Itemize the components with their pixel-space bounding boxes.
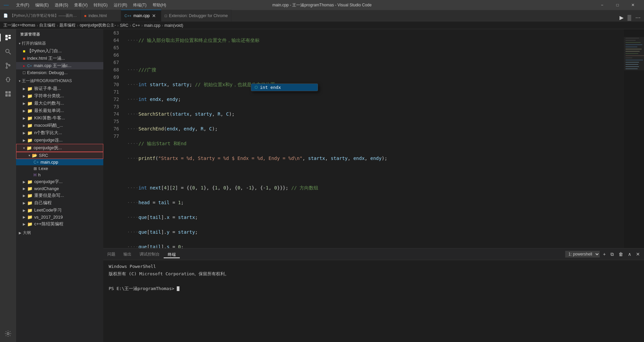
sidebar-open-editors-header[interactable]: ▾ 打开的编辑器 <box>16 40 103 47</box>
tree-folder-vs2019[interactable]: ▶ 📁 vs_2017_2019 <box>16 214 103 220</box>
sidebar-project: ▾ 王一涵PROGRAMTHOMAS ▶ 📁 验证子串-题... ▶ 📁 字符串… <box>16 77 103 228</box>
terminal-line-2: 版权所有 (C) Microsoft Corporation。保留所有权利。 <box>109 270 639 278</box>
tree-folder-verify[interactable]: ▶ 📁 验证子串-题... <box>16 85 103 92</box>
open-editors-label: 打开的编辑器 <box>22 41 46 46</box>
close-button[interactable]: ✕ <box>625 0 641 10</box>
menu-terminal[interactable]: 终端(T) <box>130 2 149 9</box>
autocomplete-popup[interactable]: ⬡ int endx <box>251 83 318 91</box>
terminal-select[interactable]: 1: powershell <box>565 251 600 258</box>
code-content[interactable]: ····// 输入部分取出开始位置和终止位置文件，输出还有坐标 ····///广… <box>122 29 624 248</box>
activity-git[interactable] <box>2 60 14 71</box>
outline-label: 大纲 <box>23 230 31 236</box>
terminal-tab-output[interactable]: 输出 <box>119 250 136 259</box>
tree-folder-word-change[interactable]: ▶ 📁 wordChange <box>16 185 103 192</box>
breadcrumb-part-8[interactable]: main(void) <box>164 23 183 28</box>
folder-str-label: 字符串分类统... <box>34 93 64 99</box>
cpp-icon: C++ <box>124 14 131 18</box>
terminal-add[interactable]: + <box>602 251 607 258</box>
tab-py[interactable]: 📄 【Python入门自学笔记专辑】——面向对象编程.md <box>0 10 81 21</box>
open-editor-py[interactable]: ■ 【Python入门自... <box>16 47 103 55</box>
activity-extensions[interactable] <box>2 88 14 100</box>
tab-cpp[interactable]: C++ main.cpp ✕ <box>121 10 161 21</box>
sidebar-content[interactable]: ▾ 打开的编辑器 ■ 【Python入门自... ■ index.html 王一… <box>16 40 103 342</box>
terminal-cursor <box>177 286 179 291</box>
terminal-tab-terminal[interactable]: 终端 <box>164 250 180 258</box>
activity-settings[interactable] <box>2 328 14 339</box>
open-editor-cpp[interactable]: ● C+ main.cpp 王一涵c... <box>16 62 103 69</box>
tree-file-t-exe[interactable]: ⊞ t.exe <box>16 165 103 172</box>
tab-html[interactable]: ■ index.html <box>81 10 121 21</box>
more-button[interactable]: ⋯ <box>635 14 641 21</box>
tab-cpp-close[interactable]: ✕ <box>152 13 156 18</box>
terminal-tab-problems[interactable]: 问题 <box>103 250 119 259</box>
tabbar: 📄 【Python入门自学笔记专辑】——面向对象编程.md ■ index.ht… <box>0 10 644 22</box>
tree-folder-oj-rescue[interactable]: ▾ 📁 openjudge抚... <box>16 144 103 152</box>
menu-run[interactable]: 运行(R) <box>111 2 130 9</box>
terminal-collapse[interactable]: ∧ <box>627 251 633 258</box>
vscode-icon: ⸻ <box>3 2 9 8</box>
folder-imp-icon: 📁 <box>27 193 33 198</box>
tree-folder-macool[interactable]: ▶ 📁 macool码酷_... <box>16 122 103 129</box>
titlebar-controls: − □ ✕ <box>594 0 641 10</box>
code-line-66: ····int startx, starty; // 初始位置x和y，也就是公主… <box>127 81 624 88</box>
terminal-content[interactable]: Windows PowerShell 版权所有 (C) Microsoft Co… <box>103 260 644 342</box>
open-editor-ext[interactable]: □ Extension: Debugg... <box>16 69 103 76</box>
code-editor[interactable]: 63 64 65 66 67 68 69 70 71 72 73 74 75 7… <box>103 29 644 248</box>
menu-view[interactable]: 查看(V) <box>71 2 90 9</box>
code-line-71: ····printf("Startx = %d, Starty = %d $ E… <box>127 155 624 162</box>
tree-folder-gcd[interactable]: ▶ 📁 最大公约数与... <box>16 100 103 107</box>
breadcrumb-part-2[interactable]: 自主编程 <box>39 22 55 28</box>
tree-folder-oj-str[interactable]: ▶ 📁 openjudge字... <box>16 178 103 185</box>
terminal-trash[interactable]: 🗑 <box>617 251 625 258</box>
py-icon: 📄 <box>3 13 8 18</box>
menu-select[interactable]: 选择(S) <box>52 2 71 9</box>
terminal-close[interactable]: ✕ <box>635 251 641 258</box>
tree-file-h[interactable]: H h <box>16 172 103 178</box>
breadcrumb-part-6[interactable]: C++ <box>132 23 140 28</box>
folder-word-icon: 📁 <box>27 108 33 113</box>
breadcrumb-part-5[interactable]: SRC <box>120 23 128 28</box>
split-button[interactable]: ▒ <box>627 14 632 21</box>
tree-folder-n[interactable]: ▶ 📁 n个数字比大... <box>16 129 103 136</box>
tree-folder-leet[interactable]: ▶ 📁 LeetCode学习 <box>16 207 103 214</box>
tree-folder-important[interactable]: ▶ 📁 重要但是杂写... <box>16 192 103 199</box>
tab-ext-label: Extension: Debugger for Chrome <box>169 13 228 18</box>
open-editor-html[interactable]: ■ index.html 王一涵... <box>16 55 103 62</box>
tree-folder-kiki[interactable]: ▶ 📁 KIKI算数-牛客... <box>16 114 103 122</box>
activity-search[interactable] <box>2 46 14 57</box>
maximize-button[interactable]: □ <box>610 0 625 10</box>
activity-debug[interactable] <box>2 74 14 86</box>
breadcrumb-part-4[interactable]: openjudge抚救公主- <box>79 22 116 28</box>
tree-folder-src[interactable]: ▾ 📂 SRC <box>16 152 103 159</box>
minimize-button[interactable]: − <box>594 0 610 10</box>
tree-folder-chen[interactable]: ▶ 📁 c++陈绍英编程 <box>16 220 103 228</box>
folder-leet-expand: ▶ <box>23 209 25 212</box>
breadcrumb-part-7[interactable]: main.cpp <box>144 23 160 28</box>
breadcrumb-part-3[interactable]: 题库编程 <box>59 22 75 28</box>
menu-goto[interactable]: 转到(G) <box>91 2 110 9</box>
titlebar-title: main.cpp - 王一涵programThomas - Visual Stu… <box>272 2 372 8</box>
breadcrumb-part-1[interactable]: 王一涵c++thomas <box>3 22 35 28</box>
tree-folder-str[interactable]: ▶ 📁 字符串分类统... <box>16 92 103 100</box>
terminal-tab-debug[interactable]: 调试控制台 <box>136 250 164 259</box>
terminal-split[interactable]: ⧉ <box>609 251 615 258</box>
menu-file[interactable]: 文件(F) <box>13 2 32 9</box>
run-button[interactable]: ▶ <box>619 14 624 21</box>
activity-explorer[interactable] <box>2 32 14 43</box>
tree-folder-oj-link[interactable]: ▶ 📁 openjudge连... <box>16 136 103 144</box>
autocomplete-item-endx[interactable]: ⬡ int endx <box>251 84 318 91</box>
tab-ext[interactable]: □ Extension: Debugger for Chrome <box>161 10 231 21</box>
menu-edit[interactable]: 编辑(E) <box>33 2 51 9</box>
tree-folder-word[interactable]: ▶ 📁 最长最短单词... <box>16 107 103 114</box>
sidebar-project-header[interactable]: ▾ 王一涵PROGRAMTHOMAS <box>16 77 103 85</box>
folder-oj-str-icon: 📁 <box>27 179 33 184</box>
folder-imp-expand: ▶ <box>23 194 25 197</box>
svg-rect-1 <box>8 35 11 36</box>
menu-help[interactable]: 帮助(H) <box>150 2 169 9</box>
autocomplete-label: int endx <box>260 85 281 90</box>
terminal-actions: 1: powershell + ⧉ 🗑 ∧ ✕ <box>565 251 644 258</box>
code-line-63: ····// 输入部分取出开始位置和终止位置文件，输出还有坐标 <box>127 37 624 44</box>
sidebar-outline-header[interactable]: ▶ 大纲 <box>16 229 103 237</box>
tree-folder-self[interactable]: ▶ 📁 自己编程 <box>16 199 103 207</box>
tree-file-main-cpp[interactable]: C+ main.cpp <box>16 159 103 165</box>
